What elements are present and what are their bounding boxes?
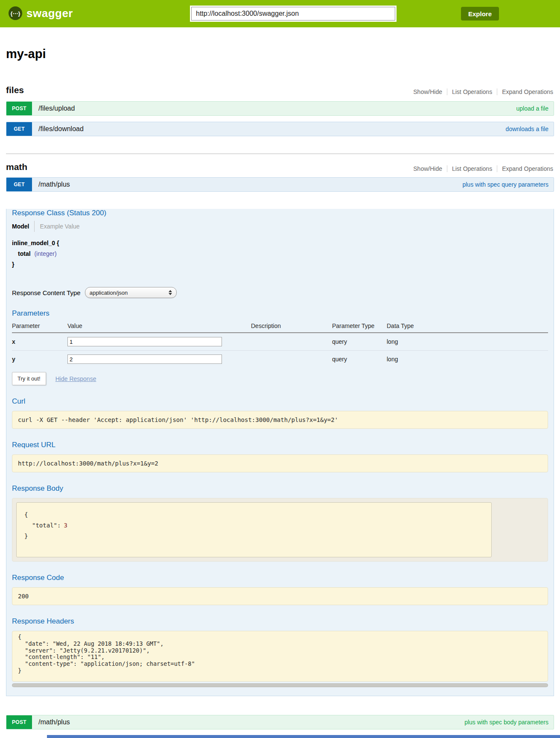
footer-bar — [47, 735, 560, 738]
math-section-header: math Show/Hide List Operations Expand Op… — [6, 153, 554, 172]
explore-button[interactable]: Explore — [461, 7, 499, 20]
property-type: (integer) — [34, 250, 56, 257]
request-url-box: http://localhost:3000/math/plus?x=1&y=2 — [12, 454, 548, 472]
swagger-logo[interactable]: {⋯} swagger — [9, 6, 73, 20]
method-badge: POST — [6, 102, 32, 115]
param-data-type: long — [387, 333, 548, 351]
expand-operations-link[interactable]: Expand Operations — [497, 88, 554, 95]
operation-path-link[interactable]: /math/plus — [38, 181, 70, 188]
param-x-input[interactable] — [67, 337, 222, 346]
operation-path-link[interactable]: /files/download — [38, 125, 84, 133]
horizontal-scrollbar[interactable] — [12, 683, 548, 687]
response-content-type-row: Response Content Type application/json — [12, 287, 548, 298]
operation-row-get-math-plus[interactable]: GET /math/plus plus with spec query para… — [6, 177, 554, 192]
json-total-line: "total":3 — [24, 520, 484, 531]
parameters-header-row: Parameter Value Description Parameter Ty… — [12, 320, 548, 333]
response-body-panel: { "total":3 } — [12, 498, 548, 562]
expand-operations-link[interactable]: Expand Operations — [497, 165, 554, 172]
parameters-heading: Parameters — [12, 309, 548, 318]
operation-summary-link[interactable]: plus with spec query parameters — [462, 181, 548, 188]
col-parameter-type: Parameter Type — [332, 320, 387, 333]
response-content-type-select[interactable]: application/json — [85, 287, 177, 298]
operation-row-get-files-download[interactable]: GET /files/download downloads a file — [6, 122, 554, 136]
spec-url-input[interactable] — [191, 7, 395, 20]
method-badge: POST — [6, 715, 32, 729]
try-it-out-row: Try it out! Hide Response — [12, 372, 548, 385]
swagger-logo-text: swagger — [26, 7, 73, 20]
model-open-line: inline_model_0 { — [12, 238, 548, 249]
method-badge: GET — [6, 122, 32, 136]
selected-content-type: application/json — [90, 290, 128, 296]
param-row-x: x query long — [12, 333, 548, 351]
files-section-header: files Show/Hide List Operations Expand O… — [6, 85, 554, 95]
property-name: total — [18, 250, 31, 257]
hide-response-link[interactable]: Hide Response — [55, 375, 96, 382]
param-y-input[interactable] — [67, 354, 222, 364]
tab-separator — [34, 221, 35, 232]
json-value: 3 — [64, 522, 67, 529]
select-arrows-icon — [169, 290, 172, 295]
math-section-title[interactable]: math — [6, 162, 27, 172]
operation-path-link[interactable]: /math/plus — [38, 718, 70, 726]
param-data-type: long — [387, 351, 548, 368]
response-class-tabs: Model Example Value — [12, 221, 548, 232]
param-type: query — [332, 351, 387, 368]
response-body-heading: Response Body — [12, 484, 548, 493]
json-open-brace: { — [24, 510, 484, 520]
list-operations-link[interactable]: List Operations — [447, 165, 497, 172]
param-row-y: y query long — [12, 351, 548, 368]
try-it-out-button[interactable]: Try it out! — [12, 372, 46, 385]
files-section-title[interactable]: files — [6, 85, 24, 95]
page-body: my-api files Show/Hide List Operations E… — [0, 47, 560, 738]
param-description — [251, 333, 332, 351]
page-title: my-api — [6, 47, 554, 61]
operation-detail-panel: Response Class (Status 200) Model Exampl… — [6, 209, 554, 696]
request-url-heading: Request URL — [12, 441, 548, 449]
response-body-box: { "total":3 } — [16, 502, 492, 557]
col-value: Value — [67, 320, 251, 333]
show-hide-link[interactable]: Show/Hide — [408, 88, 447, 95]
operation-summary-link[interactable]: plus with spec body parameters — [464, 719, 548, 726]
model-signature: inline_model_0 { total (integer) } — [12, 238, 548, 270]
math-section-controls: Show/Hide List Operations Expand Operati… — [408, 165, 554, 172]
param-type: query — [332, 333, 387, 351]
operation-path-link[interactable]: /files/upload — [38, 105, 75, 112]
param-name: x — [12, 333, 67, 351]
response-code-heading: Response Code — [12, 574, 548, 582]
swagger-braces-icon: {⋯} — [9, 6, 22, 20]
col-description: Description — [251, 320, 332, 333]
list-operations-link[interactable]: List Operations — [447, 88, 497, 95]
tab-example-value[interactable]: Example Value — [40, 223, 79, 230]
response-headers-heading: Response Headers — [12, 617, 548, 626]
method-badge: GET — [6, 178, 32, 191]
operation-summary-link[interactable]: downloads a file — [506, 126, 548, 132]
param-description — [251, 351, 332, 368]
param-name: y — [12, 351, 67, 368]
operation-summary-link[interactable]: upload a file — [516, 105, 548, 112]
parameters-table: Parameter Value Description Parameter Ty… — [12, 320, 548, 368]
model-property-line: total (integer) — [12, 249, 548, 259]
model-close-line: } — [12, 259, 548, 270]
operation-row-post-files-upload[interactable]: POST /files/upload upload a file — [6, 101, 554, 116]
response-headers-box: { "date": "Wed, 22 Aug 2018 18:49:13 GMT… — [12, 631, 548, 682]
show-hide-link[interactable]: Show/Hide — [408, 165, 447, 172]
curl-heading: Curl — [12, 397, 548, 406]
files-section-controls: Show/Hide List Operations Expand Operati… — [408, 88, 554, 95]
col-data-type: Data Type — [387, 320, 548, 333]
response-class-heading: Response Class (Status 200) — [12, 209, 548, 217]
json-key: "total": — [32, 522, 61, 529]
response-content-type-label: Response Content Type — [12, 289, 81, 296]
json-close-brace: } — [24, 531, 484, 542]
header-bar: {⋯} swagger Explore — [0, 0, 560, 27]
col-parameter: Parameter — [12, 320, 67, 333]
operation-row-post-math-plus[interactable]: POST /math/plus plus with spec body para… — [6, 715, 554, 729]
tab-model[interactable]: Model — [12, 223, 29, 230]
curl-command-box: curl -X GET --header 'Accept: applicatio… — [12, 411, 548, 429]
response-code-box: 200 — [12, 587, 548, 605]
